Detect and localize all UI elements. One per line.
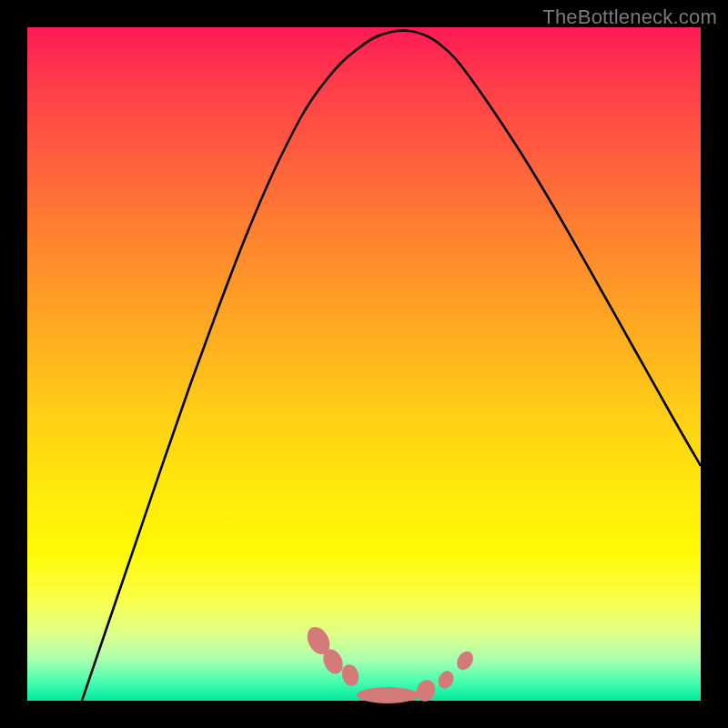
valley-markers	[303, 623, 477, 704]
attribution-text: TheBottleneck.com	[542, 5, 717, 29]
bottleneck-curve	[82, 31, 701, 701]
plot-area	[27, 27, 701, 701]
valley-marker	[453, 648, 476, 672]
valley-marker	[357, 687, 419, 703]
curve-layer	[27, 27, 701, 701]
valley-marker	[435, 669, 456, 692]
chart-frame: TheBottleneck.com	[0, 0, 728, 728]
valley-marker	[414, 677, 438, 703]
